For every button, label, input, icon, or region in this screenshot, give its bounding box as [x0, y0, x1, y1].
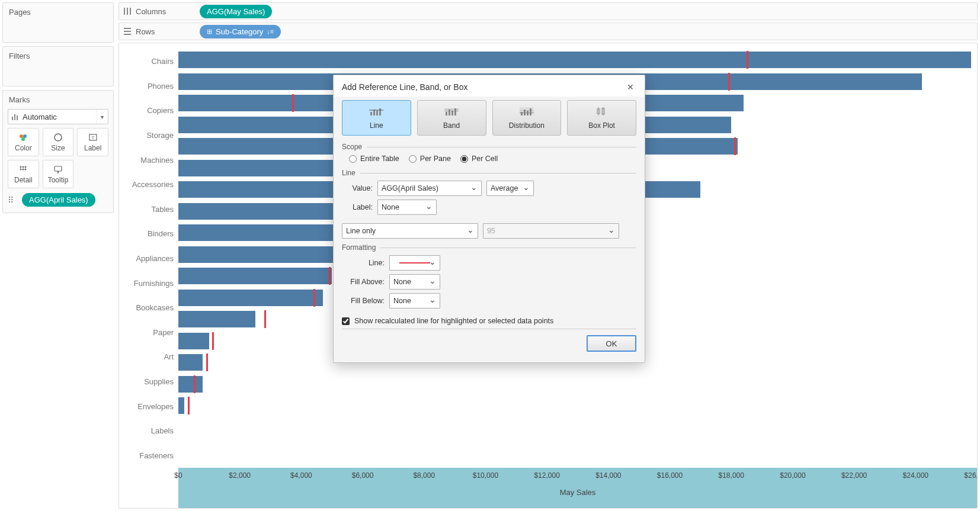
bar[interactable] [178, 354, 203, 371]
color-button[interactable]: Color [8, 128, 39, 156]
april-sales-pill[interactable]: AGG(April Sales) [22, 193, 95, 207]
bar[interactable] [178, 52, 971, 68]
rows-shelf[interactable]: Rows ⊞ Sub-Category ↓≡ [119, 23, 978, 40]
detail-icon [18, 164, 28, 175]
rows-icon [119, 27, 136, 36]
svg-point-4 [23, 134, 27, 138]
scope-entire-table[interactable]: Entire Table [349, 155, 399, 163]
y-axis-label: Labels [119, 419, 178, 443]
value-field-dropdown[interactable]: AGG(April Sales) [377, 181, 482, 196]
y-axis-label: Furnishings [119, 271, 178, 295]
x-axis-tick: $20,000 [780, 471, 805, 480]
x-axis-tick: $12,000 [534, 471, 559, 480]
tooltip-button[interactable]: Tooltip [43, 160, 74, 188]
fill-below-dropdown[interactable]: None [389, 293, 440, 308]
svg-point-12 [20, 169, 22, 171]
reference-line-mark [734, 137, 736, 155]
sort-desc-icon: ↓≡ [267, 28, 274, 35]
reference-line-mark [206, 353, 208, 371]
x-axis-tick: $26,000 [964, 471, 978, 480]
svg-rect-28 [446, 112, 447, 115]
svg-rect-2 [17, 115, 18, 120]
svg-rect-37 [527, 111, 529, 115]
svg-point-6 [55, 134, 62, 141]
line-style-dropdown[interactable] [389, 255, 440, 271]
label-button[interactable]: T Label [77, 128, 108, 156]
line-where-dropdown[interactable]: Line only [342, 223, 478, 239]
hierarchy-icon: ⊞ [207, 28, 212, 36]
rows-pill-subcategory[interactable]: ⊞ Sub-Category ↓≡ [200, 25, 281, 38]
svg-point-5 [21, 137, 25, 141]
tab-band[interactable]: Band [417, 100, 486, 136]
scope-label: Scope [342, 143, 636, 151]
fill-above-label: Fill Above: [345, 278, 385, 286]
bar-row [178, 395, 977, 417]
color-icon [18, 132, 28, 143]
marks-card: Marks Automatic ▾ Color [2, 90, 114, 213]
y-axis-label: Fasteners [119, 443, 178, 468]
dialog-title: Add Reference Line, Band, or Box [342, 82, 467, 92]
pages-label: Pages [3, 3, 113, 21]
bar[interactable] [178, 268, 332, 284]
size-button[interactable]: Size [43, 128, 74, 156]
x-axis-tick: $22,000 [841, 471, 867, 480]
fill-above-dropdown[interactable]: None [389, 274, 440, 290]
bar[interactable] [178, 311, 255, 327]
bar[interactable] [178, 376, 203, 393]
bar[interactable] [178, 290, 323, 306]
svg-rect-1 [14, 114, 15, 120]
y-axis-label: Art [119, 345, 178, 369]
label-dropdown[interactable]: None [377, 200, 437, 215]
columns-icon [119, 7, 136, 16]
svg-point-13 [23, 169, 24, 171]
y-axis-label: Tables [119, 197, 178, 222]
reference-line-mark [313, 289, 315, 307]
fill-below-label: Fill Below: [345, 297, 385, 305]
formatting-label: Formatting [342, 243, 636, 252]
filters-label: Filters [3, 47, 113, 65]
confidence-dropdown: 95 [483, 223, 619, 239]
svg-point-3 [20, 134, 23, 138]
y-axis-label: Copiers [119, 98, 178, 123]
close-icon[interactable]: ✕ [624, 81, 636, 93]
marks-type-dropdown[interactable]: Automatic ▾ [8, 109, 108, 124]
distribution-chart-icon [520, 106, 534, 119]
reference-line-mark [329, 267, 331, 285]
svg-rect-32 [520, 107, 534, 109]
columns-shelf[interactable]: Columns AGG(May Sales) [119, 2, 978, 20]
svg-rect-22 [370, 112, 372, 115]
marks-title: Marks [3, 91, 113, 107]
tab-distribution[interactable]: Distribution [492, 100, 562, 136]
x-axis-tick: $4,000 [290, 471, 312, 480]
y-axis-label: Phones [119, 74, 178, 99]
svg-rect-15 [55, 166, 62, 171]
reference-line-mark [212, 332, 214, 350]
x-axis-tick: $24,000 [903, 471, 928, 480]
bar[interactable] [178, 333, 209, 349]
svg-point-9 [20, 166, 22, 168]
columns-pill-may-sales[interactable]: AGG(May Sales) [200, 5, 272, 18]
columns-label: Columns [136, 7, 195, 16]
svg-rect-36 [524, 110, 526, 115]
bar[interactable] [178, 397, 184, 414]
reference-line-dialog: Add Reference Line, Band, or Box ✕ Line … [333, 75, 645, 363]
size-icon [53, 132, 63, 143]
detail-button[interactable]: Detail [8, 160, 39, 188]
line-section-label: Line [342, 169, 636, 177]
ok-button[interactable]: OK [587, 335, 636, 352]
x-axis-tick: $18,000 [719, 471, 744, 480]
recalc-checkbox[interactable]: Show recalculated line for highlighted o… [342, 317, 636, 325]
automatic-icon [8, 112, 23, 121]
tab-boxplot[interactable]: Box Plot [567, 100, 636, 136]
filters-shelf[interactable]: Filters [2, 46, 114, 86]
scope-per-pane[interactable]: Per Pane [409, 155, 451, 163]
tab-line[interactable]: Line [342, 100, 411, 136]
band-chart-icon [444, 106, 459, 119]
label-icon: T [88, 132, 98, 143]
scope-per-cell[interactable]: Per Cell [460, 155, 498, 163]
marks-detail-pill-row: ⠿ AGG(April Sales) [8, 193, 108, 207]
y-axis-label: Machines [119, 147, 178, 172]
pages-shelf[interactable]: Pages [2, 2, 114, 43]
value-agg-dropdown[interactable]: Average [486, 181, 534, 196]
svg-rect-17 [127, 8, 128, 15]
